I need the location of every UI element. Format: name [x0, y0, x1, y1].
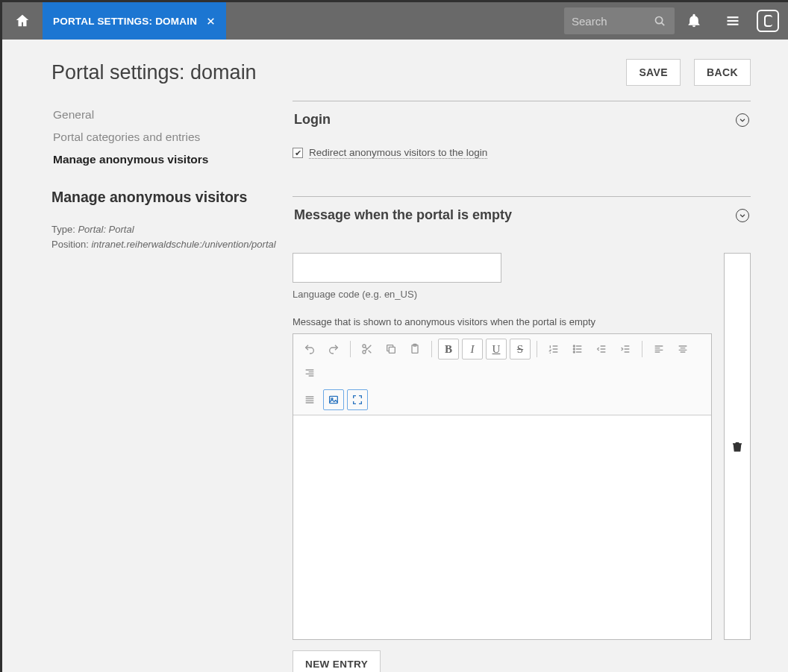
main: Login Redirect anonymous visitors to the…	[293, 101, 751, 672]
rich-text-editor: B I U S	[293, 333, 712, 640]
rte-outdent-button[interactable]	[591, 339, 612, 359]
rte-strike-button[interactable]: S	[510, 339, 531, 359]
sidebar-heading: Manage anonymous visitors	[51, 189, 293, 206]
rte-align-right-button[interactable]	[299, 362, 320, 383]
rte-separator	[350, 341, 351, 357]
rte-separator	[537, 341, 537, 357]
search-input[interactable]	[564, 15, 646, 28]
meta-type-value: Portal: Portal	[78, 224, 134, 235]
section-login-title: Login	[294, 112, 331, 128]
back-button[interactable]: BACK	[694, 59, 751, 86]
editor-row: Language code (e.g. en_US) Message that …	[293, 253, 751, 640]
tab-label: PORTAL SETTINGS: DOMAIN	[53, 16, 197, 27]
fullscreen-icon	[351, 394, 363, 406]
home-button[interactable]	[2, 2, 43, 40]
outdent-icon	[595, 343, 607, 355]
rte-ordered-list-button[interactable]	[543, 339, 564, 359]
new-entry-button[interactable]: NEW ENTRY	[293, 650, 381, 672]
svg-rect-12	[330, 396, 338, 403]
collapse-toggle-empty[interactable]	[736, 209, 749, 222]
meta-type-label: Type:	[51, 224, 78, 235]
section-login-header[interactable]: Login	[293, 101, 751, 136]
rte-align-center-button[interactable]	[672, 339, 693, 359]
redirect-checkbox-label[interactable]: Redirect anonymous visitors to the login	[309, 147, 487, 159]
brand-logo-icon	[764, 15, 772, 27]
search-button[interactable]	[646, 7, 673, 34]
sidebar-nav: General Portal categories and entries Ma…	[51, 101, 293, 171]
rte-bold-button[interactable]: B	[438, 339, 459, 359]
align-center-icon	[677, 343, 689, 355]
copy-icon	[385, 343, 397, 355]
rte-indent-button[interactable]	[615, 339, 636, 359]
sidebar-meta: Type: Portal: Portal Position: intranet.…	[51, 222, 293, 251]
rte-underline-button[interactable]: U	[486, 339, 507, 359]
rte-separator	[642, 341, 642, 357]
tab-close-button[interactable]	[206, 16, 216, 26]
page: Portal settings: domain SAVE BACK Genera…	[2, 40, 788, 672]
notifications-button[interactable]	[675, 2, 713, 40]
collapse-toggle-login[interactable]	[736, 113, 749, 127]
rte-paste-button[interactable]	[404, 339, 425, 359]
action-buttons: SAVE BACK	[626, 59, 751, 86]
editor-main: Language code (e.g. en_US) Message that …	[293, 253, 712, 640]
rte-fullscreen-button[interactable]	[347, 389, 368, 410]
indent-icon	[619, 343, 631, 355]
rte-cut-button[interactable]	[357, 339, 378, 359]
rte-toolbar: B I U S	[293, 334, 711, 415]
save-button[interactable]: SAVE	[626, 59, 681, 86]
topbar: PORTAL SETTINGS: DOMAIN	[2, 2, 788, 40]
sidebar: General Portal categories and entries Ma…	[51, 101, 293, 672]
hamburger-icon	[725, 13, 740, 28]
svg-rect-3	[728, 24, 739, 25]
rte-undo-button[interactable]	[299, 339, 320, 359]
image-icon	[328, 394, 340, 406]
svg-point-5	[363, 351, 366, 354]
section-empty-header[interactable]: Message when the portal is empty	[293, 196, 751, 232]
sidebar-item-anonymous[interactable]: Manage anonymous visitors	[51, 148, 293, 171]
language-code-input[interactable]	[293, 253, 501, 283]
strikethrough-icon: S	[517, 343, 523, 356]
scissors-icon	[361, 343, 373, 355]
rte-insert-image-button[interactable]	[323, 389, 344, 410]
svg-point-9	[573, 345, 575, 347]
align-justify-icon	[304, 394, 316, 406]
brand-logo[interactable]	[757, 10, 779, 32]
rte-unordered-list-button[interactable]	[567, 339, 588, 359]
svg-rect-2	[728, 20, 739, 22]
rte-separator	[431, 341, 432, 357]
bell-icon	[687, 13, 701, 28]
rte-copy-button[interactable]	[381, 339, 401, 359]
align-right-icon	[304, 367, 316, 379]
unordered-list-icon	[572, 343, 584, 355]
rte-italic-button[interactable]: I	[462, 339, 483, 359]
bold-icon: B	[445, 343, 452, 356]
meta-position: Position: intranet.reiherwaldschule:/uni…	[51, 237, 293, 252]
columns: General Portal categories and entries Ma…	[51, 101, 751, 672]
undo-icon	[304, 343, 316, 355]
rte-align-left-button[interactable]	[648, 339, 669, 359]
trash-icon	[731, 440, 743, 453]
align-left-icon	[653, 343, 665, 355]
menu-button[interactable]	[713, 2, 752, 40]
svg-point-10	[573, 348, 575, 350]
italic-icon: I	[471, 343, 475, 356]
svg-point-0	[655, 16, 662, 23]
redo-icon	[328, 343, 340, 355]
login-checkbox-row: Redirect anonymous visitors to the login	[293, 136, 751, 196]
sidebar-item-categories[interactable]: Portal categories and entries	[51, 126, 293, 148]
redirect-checkbox[interactable]	[293, 148, 303, 158]
rte-align-justify-button[interactable]	[299, 389, 320, 410]
sidebar-item-general[interactable]: General	[51, 104, 293, 126]
message-field-label: Message that is shown to anonymous visit…	[293, 316, 712, 327]
rte-redo-button[interactable]	[323, 339, 344, 359]
rte-content-area[interactable]	[293, 415, 711, 639]
page-header: Portal settings: domain SAVE BACK	[51, 59, 751, 86]
svg-point-4	[363, 345, 366, 348]
svg-point-11	[573, 351, 575, 353]
svg-rect-1	[728, 16, 739, 18]
search-box[interactable]	[564, 7, 675, 34]
section-empty-title: Message when the portal is empty	[294, 207, 512, 223]
home-icon	[14, 13, 31, 29]
delete-entry-button[interactable]	[724, 253, 751, 640]
active-tab[interactable]: PORTAL SETTINGS: DOMAIN	[43, 2, 226, 40]
